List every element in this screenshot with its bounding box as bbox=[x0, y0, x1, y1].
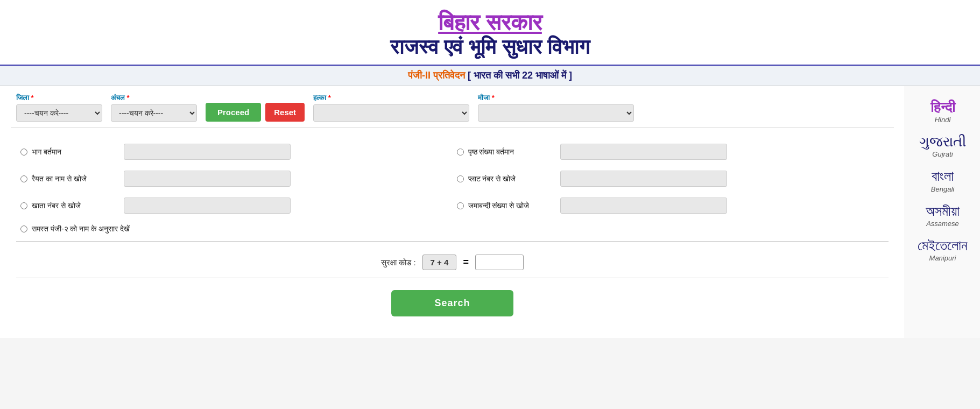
bhag-label-text: भाग बर्तमान bbox=[32, 147, 61, 157]
captcha-row: सुरक्षा कोड : 7 + 4 = bbox=[16, 244, 889, 276]
plot-input[interactable] bbox=[560, 171, 727, 187]
captcha-equals: = bbox=[463, 257, 469, 268]
hindi-script: हिन्दी bbox=[930, 99, 955, 116]
captcha-expression: 7 + 4 bbox=[422, 255, 457, 270]
form-grid: भाग बर्तमान पृष्ठ संख्या बर्तमान रैयत bbox=[16, 138, 889, 239]
bhag-radio[interactable] bbox=[20, 149, 27, 156]
divider bbox=[16, 241, 889, 242]
lang-manipuri[interactable]: মেইতেলোন Manipuri bbox=[918, 235, 968, 264]
divider2 bbox=[16, 278, 889, 278]
lang-hindi[interactable]: हिन्दी Hindi bbox=[930, 97, 955, 126]
bhag-input[interactable] bbox=[124, 144, 291, 160]
khata-label-text: खाता नंबर से खोजे bbox=[32, 201, 81, 210]
captcha-label: सुरक्षा कोड : bbox=[381, 258, 416, 267]
lang-gujrati[interactable]: ગુજરાતી Gujrati bbox=[919, 131, 966, 160]
jamabandi-label-text: जमाबन्दी संख्या से खोजे bbox=[468, 201, 530, 210]
prishtha-label-text: पृष्ठ संख्या बर्तमान bbox=[468, 147, 514, 157]
samast-row: समस्त पंजी-२ को नाम के अनुसार देखें bbox=[16, 219, 453, 239]
bengali-script: বাংলা bbox=[931, 168, 954, 185]
bhag-radio-label[interactable]: भाग बर्तमान bbox=[20, 147, 117, 157]
khata-input[interactable] bbox=[124, 198, 291, 214]
plot-row: प्लाट नंबर से खोजे bbox=[453, 165, 889, 192]
prishtha-input[interactable] bbox=[560, 144, 727, 160]
prishtha-radio[interactable] bbox=[457, 149, 464, 156]
khata-radio-label[interactable]: खाता नंबर से खोजे bbox=[20, 201, 117, 210]
samast-radio-label[interactable]: समस्त पंजी-२ को नाम के अनुसार देखें bbox=[20, 224, 130, 234]
page-header: बिहार सरकार राजस्व एवं भूमि सुधार विभाग bbox=[0, 0, 980, 66]
district-label: जिला * bbox=[16, 94, 102, 102]
subtitle-orange: पंजी-II प्रतिवेदन bbox=[408, 70, 465, 81]
halka-select[interactable] bbox=[313, 104, 469, 122]
manipuri-script: মেইতেলোন bbox=[918, 237, 968, 254]
captcha-input[interactable] bbox=[475, 255, 524, 270]
mauja-select[interactable] bbox=[478, 104, 634, 122]
raiyat-radio[interactable] bbox=[20, 175, 27, 182]
assamese-roman: Assamese bbox=[926, 220, 960, 228]
title-dept: राजस्व एवं भूमि सुधार विभाग bbox=[0, 36, 980, 59]
search-form-area: भाग बर्तमान पृष्ठ संख्या बर्तमान रैयत bbox=[11, 128, 894, 327]
khata-row: खाता नंबर से खोजे bbox=[16, 192, 453, 219]
mauja-label: मौजा * bbox=[478, 94, 634, 102]
subtitle-blue: [ भारत की सभी 22 भाषाओं में ] bbox=[468, 70, 572, 81]
anchal-label: अंचल * bbox=[111, 94, 197, 102]
bengali-roman: Bengali bbox=[931, 185, 954, 193]
raiyat-row: रैयत का नाम से खोजे bbox=[16, 165, 453, 192]
gujrati-script: ગુજરાતી bbox=[919, 133, 966, 150]
prishtha-row: पृष्ठ संख्या बर्तमान bbox=[453, 138, 889, 165]
prishtha-radio-label[interactable]: पृष्ठ संख्या बर्तमान bbox=[457, 147, 554, 157]
subheader-bar: पंजी-II प्रतिवेदन [ भारत की सभी 22 भाषाओ… bbox=[0, 66, 980, 86]
anchal-field: अंचल * ----चयन करे---- bbox=[111, 94, 197, 122]
jamabandi-row: जमाबन्दी संख्या से खोजे bbox=[453, 192, 889, 219]
search-btn-row: Search bbox=[16, 280, 889, 322]
content-area: जिला * ----चयन करे---- अंचल * ----चयन कर… bbox=[0, 86, 905, 338]
main-container: जिला * ----चयन करे---- अंचल * ----चयन कर… bbox=[0, 86, 980, 338]
lang-bengali[interactable]: বাংলা Bengali bbox=[931, 166, 954, 195]
gujrati-roman: Gujrati bbox=[919, 150, 966, 158]
reset-button[interactable]: Reset bbox=[265, 103, 305, 122]
jamabandi-radio-label[interactable]: जमाबन्दी संख्या से खोजे bbox=[457, 201, 554, 210]
jamabandi-radio[interactable] bbox=[457, 202, 464, 209]
lang-assamese[interactable]: অসমীয়া Assamese bbox=[926, 201, 960, 230]
khata-radio[interactable] bbox=[20, 202, 27, 209]
hindi-roman: Hindi bbox=[930, 116, 955, 124]
proceed-button[interactable]: Proceed bbox=[206, 103, 261, 122]
mauja-field: मौजा * bbox=[478, 94, 634, 122]
halka-field: हल्का * bbox=[313, 94, 469, 122]
plot-radio-label[interactable]: प्लाट नंबर से खोजे bbox=[457, 174, 554, 184]
anchal-select[interactable]: ----चयन करे---- bbox=[111, 104, 197, 122]
plot-radio[interactable] bbox=[457, 175, 464, 182]
assamese-script: অসমীয়া bbox=[926, 203, 960, 220]
halka-label: हल्का * bbox=[313, 94, 469, 102]
district-field: जिला * ----चयन करे---- bbox=[16, 94, 102, 122]
raiyat-label-text: रैयत का नाम से खोजे bbox=[32, 174, 87, 184]
plot-label-text: प्लाट नंबर से खोजे bbox=[468, 174, 516, 184]
bhag-row: भाग बर्तमान bbox=[16, 138, 453, 165]
search-button[interactable]: Search bbox=[391, 290, 513, 316]
samast-radio[interactable] bbox=[20, 225, 27, 232]
manipuri-roman: Manipuri bbox=[918, 254, 968, 262]
language-sidebar: हिन्दी Hindi ગુજરાતી Gujrati বাংলা Benga… bbox=[905, 86, 980, 338]
filter-row: जिला * ----चयन करे---- अंचल * ----चयन कर… bbox=[11, 86, 894, 128]
raiyat-radio-label[interactable]: रैयत का नाम से खोजे bbox=[20, 174, 117, 184]
raiyat-input[interactable] bbox=[124, 171, 291, 187]
samast-label-text: समस्त पंजी-२ को नाम के अनुसार देखें bbox=[32, 224, 130, 234]
district-select[interactable]: ----चयन करे---- bbox=[16, 104, 102, 122]
jamabandi-input[interactable] bbox=[560, 198, 727, 214]
title-hindi: बिहार सरकार bbox=[0, 10, 980, 36]
